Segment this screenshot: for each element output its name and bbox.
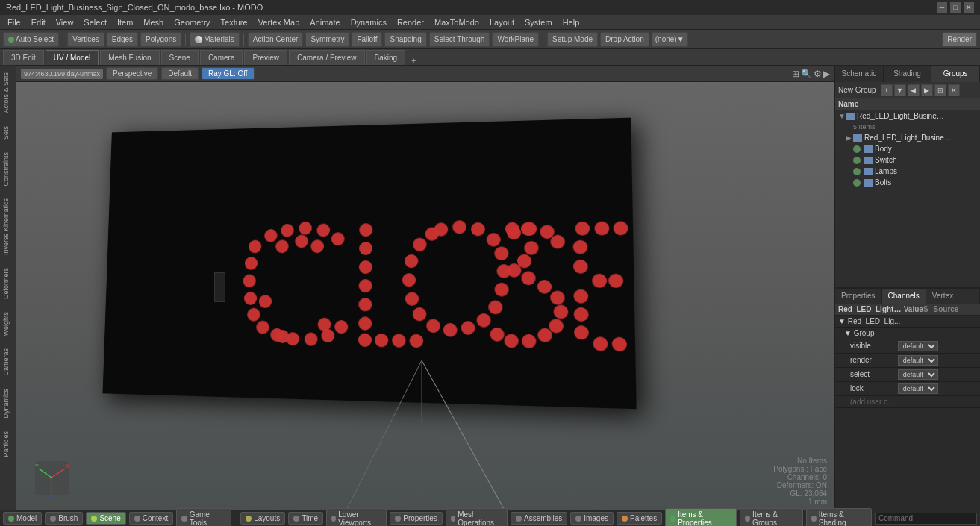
rp-add-button[interactable]: +: [881, 84, 893, 96]
materials-button[interactable]: Materials: [190, 32, 240, 47]
lock-dropdown[interactable]: default on off: [898, 383, 938, 394]
items-shading-button[interactable]: Items & Shading: [806, 508, 872, 527]
mesh-operations-button[interactable]: Mesh Operations: [446, 508, 508, 527]
rp-tab-groups[interactable]: Groups: [931, 66, 980, 82]
minimize-button[interactable]: ─: [937, 2, 947, 13]
menu-geometry[interactable]: Geometry: [169, 16, 214, 28]
render-button[interactable]: Render: [942, 32, 977, 47]
vertices-button[interactable]: Vertices: [67, 32, 104, 47]
tab-3dedit[interactable]: 3D Edit: [3, 50, 44, 65]
render-dropdown[interactable]: default on off: [898, 355, 938, 366]
viewport-icon-fit[interactable]: ⊞: [792, 69, 799, 79]
viewport-icon-zoom[interactable]: 🔍: [801, 69, 812, 79]
tab-scene[interactable]: Scene: [161, 50, 199, 65]
menu-texture[interactable]: Texture: [216, 16, 252, 28]
channels-row-render[interactable]: render default on off: [835, 354, 980, 368]
tab-channels[interactable]: Channels: [882, 289, 926, 304]
menu-item[interactable]: Item: [113, 16, 137, 28]
perspective-button[interactable]: Perspective: [106, 67, 158, 80]
time-button[interactable]: Time: [288, 512, 323, 525]
images-button[interactable]: Images: [570, 512, 614, 525]
tab-properties[interactable]: Properties: [835, 289, 882, 304]
tab-uvmodel[interactable]: UV / Model: [46, 50, 99, 65]
tree-item-file[interactable]: ▶ Red_LED_Light_Business_S...: [835, 132, 980, 143]
sidebar-constraints[interactable]: Constraints: [0, 145, 16, 192]
edges-button[interactable]: Edges: [107, 32, 138, 47]
tab-vertexmaps[interactable]: Vertex Maps: [926, 289, 980, 304]
close-button[interactable]: ✕: [964, 2, 974, 13]
none-dropdown[interactable]: (none) ▼: [652, 32, 688, 47]
menu-file[interactable]: File: [3, 16, 25, 28]
drop-action-button[interactable]: Drop Action: [600, 32, 649, 47]
sidebar-cameras[interactable]: Cameras: [0, 342, 16, 382]
tree-item-lamps[interactable]: Lamps: [835, 166, 980, 177]
menu-edit[interactable]: Edit: [27, 16, 50, 28]
rp-close-button[interactable]: ✕: [948, 84, 960, 96]
select-through-button[interactable]: Select Through: [429, 32, 490, 47]
rp-grid-button[interactable]: ⊞: [934, 84, 946, 96]
workplane-button[interactable]: WorkPlane: [492, 32, 539, 47]
tab-camerapreview[interactable]: Camera / Preview: [289, 50, 364, 65]
visibility-icon-lamps[interactable]: [853, 168, 861, 175]
tab-add-button[interactable]: +: [407, 56, 420, 65]
rp-right-button[interactable]: ▶: [921, 84, 933, 96]
menu-vertexmap[interactable]: Vertex Map: [254, 16, 305, 28]
channels-row-adduser[interactable]: (add user c...: [835, 396, 980, 408]
menu-select[interactable]: Select: [79, 16, 111, 28]
tab-preview[interactable]: Preview: [244, 50, 287, 65]
rp-tab-shading[interactable]: Shading: [884, 66, 932, 82]
sidebar-deformers[interactable]: Deformers: [0, 261, 16, 305]
tab-baking[interactable]: Baking: [366, 50, 406, 65]
menu-view[interactable]: View: [52, 16, 78, 28]
raygl-button[interactable]: Ray GL: Off: [202, 67, 255, 80]
menu-render[interactable]: Render: [393, 16, 428, 28]
tab-camera[interactable]: Camera: [200, 50, 243, 65]
rp-left-button[interactable]: ◀: [908, 84, 920, 96]
visibility-icon-bolts[interactable]: [853, 179, 861, 187]
status-brush-button[interactable]: Brush: [45, 512, 83, 525]
symmetry-button[interactable]: Symmetry: [305, 32, 349, 47]
channels-row-group[interactable]: ▼ Group: [835, 328, 980, 339]
sidebar-sets[interactable]: Sets: [0, 119, 16, 145]
setup-mode-button[interactable]: Setup Mode: [547, 32, 598, 47]
palettes-button[interactable]: Palettes: [617, 512, 662, 525]
viewport-icon-settings[interactable]: ⚙: [814, 69, 822, 79]
sidebar-inverse-kinematics[interactable]: Inverse Kinematics: [0, 192, 16, 261]
tree-toggle[interactable]: ▼: [838, 112, 846, 120]
tree-item-bolts[interactable]: Bolts: [835, 177, 980, 188]
tab-meshfusion[interactable]: Mesh Fusion: [100, 50, 159, 65]
default-button[interactable]: Default: [161, 67, 199, 80]
tree-item-body[interactable]: Body: [835, 143, 980, 154]
viewport-icon-more[interactable]: ▶: [823, 69, 830, 79]
tree-toggle2[interactable]: ▶: [846, 134, 853, 142]
status-gametools-button[interactable]: Game Tools: [176, 508, 231, 527]
channels-row-visible[interactable]: visible default on off: [835, 339, 980, 354]
channels-row-root[interactable]: ▼ Red_LED_Lig...: [835, 316, 980, 328]
items-properties-button[interactable]: Items & Properties: [665, 508, 737, 527]
properties-button[interactable]: Properties: [390, 512, 443, 525]
menu-system[interactable]: System: [520, 16, 557, 28]
rp-down-button[interactable]: ▼: [894, 84, 906, 96]
tree-item-root-group[interactable]: ▼ Red_LED_Light_Business_S...: [835, 110, 980, 122]
status-model-button[interactable]: Model: [3, 512, 42, 525]
items-groups-button[interactable]: Items & Groups: [740, 508, 803, 527]
polygons-button[interactable]: Polygons: [140, 32, 181, 47]
falloff-button[interactable]: Falloff: [352, 32, 382, 47]
rp-tab-schematic[interactable]: Schematic: [835, 66, 884, 82]
status-context-button[interactable]: Context: [129, 512, 173, 525]
visible-dropdown[interactable]: default on off: [898, 341, 938, 351]
visibility-icon-switch[interactable]: [853, 157, 861, 164]
sidebar-dynamics[interactable]: Dynamics: [0, 382, 16, 425]
status-scene-button[interactable]: Scene: [86, 512, 125, 525]
action-center-button[interactable]: Action Center: [248, 32, 304, 47]
command-input[interactable]: [875, 513, 977, 525]
maximize-button[interactable]: □: [950, 2, 961, 13]
snapping-button[interactable]: Snapping: [384, 32, 426, 47]
menu-mesh[interactable]: Mesh: [139, 16, 168, 28]
assemblies-button[interactable]: Assemblies: [511, 512, 567, 525]
sidebar-actors-sets[interactable]: Actors & Sets: [0, 66, 16, 119]
channels-row-select[interactable]: select default on off: [835, 368, 980, 382]
menu-help[interactable]: Help: [558, 16, 584, 28]
menu-animate[interactable]: Animate: [305, 16, 344, 28]
channels-row-lock[interactable]: lock default on off: [835, 382, 980, 396]
